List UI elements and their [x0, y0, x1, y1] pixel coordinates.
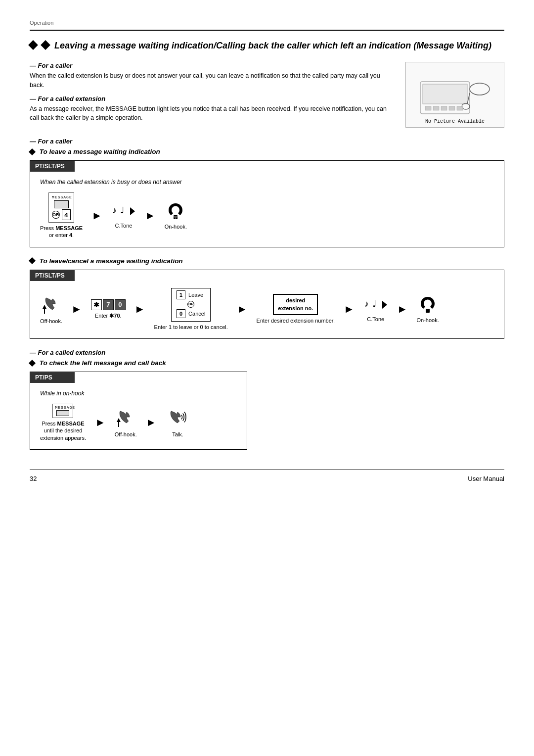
svg-text:♪: ♪	[112, 205, 117, 215]
section3-step1-label: Press MESSAGEuntil the desiredextension …	[40, 420, 86, 441]
leave-cancel-box: 1 Leave OR 0 Cancel	[171, 288, 211, 322]
arrow-s2-5: ►	[397, 303, 408, 316]
diamond-icon-2	[41, 40, 50, 50]
bullet-diamond-icon	[29, 148, 36, 155]
section2-box: PT/SLT/PS Off-hook.	[30, 270, 504, 339]
num-key-4: 4	[62, 209, 71, 220]
small-message-inner	[56, 410, 69, 416]
footer-manual: User Manual	[468, 475, 504, 482]
section2-step3: 1 Leave OR 0 Cancel Enter 1 to leave	[154, 288, 228, 331]
section1-note: When the called extension is busy or doe…	[40, 179, 494, 186]
svg-text:♩: ♩	[372, 299, 376, 309]
svg-marker-12	[130, 207, 135, 215]
key-0: 0	[177, 309, 185, 318]
section2-step4: desiredextension no. Enter desired exten…	[257, 294, 335, 324]
intro-for-called-label: — For a called extension	[30, 95, 391, 102]
cancel-row: 0 Cancel	[177, 309, 205, 318]
or-badge-2: OR	[187, 301, 194, 308]
section2-step5-label: C.Tone	[367, 316, 384, 323]
svg-rect-7	[441, 106, 447, 110]
section3-step2-label: Off-hook.	[115, 431, 137, 438]
ctone-icon-2: ♪ ♩	[363, 296, 388, 314]
section1-step1: MESSAGE OR 4 Press MESSAGEor enter 4.	[40, 192, 83, 239]
section2-step6-label: On-hook.	[417, 317, 439, 324]
section1: — For a caller To leave a message waitin…	[30, 138, 504, 247]
svg-marker-19	[382, 301, 387, 309]
section2-box-content: Off-hook. ► ✱ 7 0 Enter ✱70. ►	[30, 281, 504, 338]
intro-for-caller-label: — For a caller	[30, 62, 391, 69]
svg-rect-5	[425, 106, 431, 110]
offhook-icon-2	[115, 407, 136, 429]
leave-row: 1 Leave	[177, 290, 205, 299]
phone-illustration	[415, 74, 494, 119]
bullet-diamond-icon-2	[29, 257, 36, 264]
svg-rect-8	[449, 106, 455, 110]
top-label: Operation	[30, 20, 504, 26]
section2-step6: On-hook.	[417, 295, 439, 324]
ctone-icon: ♪ ♩	[111, 202, 136, 220]
arrow-s3-2: ►	[146, 416, 157, 429]
section3-step3-label: Talk.	[172, 431, 183, 438]
section3: — For a called extension To check the le…	[30, 349, 504, 450]
section3-box-label: PT/PS	[30, 372, 75, 383]
message-key-label: MESSAGE	[52, 195, 71, 199]
svg-point-2	[470, 83, 490, 95]
section1-box-content: When the called extension is busy or doe…	[30, 172, 504, 247]
arrow-s2-2: ►	[134, 303, 145, 316]
section3-subheading: To check the left message and call back	[30, 359, 504, 367]
section2-step5: ♪ ♩ C.Tone	[363, 296, 388, 323]
section2-step2: ✱ 7 0 Enter ✱70.	[91, 299, 126, 319]
section3-step1: MESSAGE Press MESSAGEuntil the desiredex…	[40, 404, 86, 441]
arrow-s3-1: ►	[95, 416, 106, 429]
section1-steps: MESSAGE OR 4 Press MESSAGEor enter 4. ►	[40, 192, 494, 239]
cancel-label: Cancel	[188, 311, 205, 317]
arrow-s2-3: ►	[237, 303, 248, 316]
onhook-icon	[165, 201, 186, 221]
star-key: ✱	[91, 299, 102, 310]
section3-note: While in on-hook	[40, 390, 237, 397]
top-rule	[30, 30, 504, 31]
section1-subheading: To leave a message waiting indication	[30, 148, 504, 155]
leave-label: Leave	[188, 292, 203, 298]
section1-step2-label: C.Tone	[115, 222, 133, 229]
svg-point-4	[462, 103, 470, 109]
section1-box-label: PT/SLT/PS	[30, 161, 75, 172]
bottom-rule	[30, 470, 504, 470]
key-group-star70: ✱ 7 0	[91, 299, 126, 310]
section2-step2-label: Enter ✱70.	[95, 312, 122, 319]
section1-heading: — For a caller	[30, 138, 504, 145]
section1-step2: ♪ ♩ C.Tone	[111, 202, 136, 229]
svg-text:♩: ♩	[120, 205, 124, 215]
section2-subheading: To leave/cancel a message waiting indica…	[30, 257, 504, 265]
section1-step3: On-hook.	[165, 201, 187, 230]
page: Operation Leaving a message waiting indi…	[0, 0, 534, 756]
section3-step2: Off-hook.	[115, 407, 137, 438]
message-key-inner	[54, 200, 69, 208]
svg-text:♪: ♪	[364, 299, 369, 309]
desired-box: desiredextension no.	[273, 294, 318, 315]
section2-step4-label: Enter desired extension number.	[257, 317, 335, 324]
section1-box: PT/SLT/PS When the called extension is b…	[30, 160, 504, 247]
section2-steps: Off-hook. ► ✱ 7 0 Enter ✱70. ►	[40, 288, 494, 331]
arrow-s2-4: ►	[344, 303, 355, 316]
svg-marker-15	[43, 305, 46, 309]
intro-text: — For a caller When the called extension…	[30, 62, 391, 128]
key-1: 1	[177, 290, 185, 299]
section2-step1: Off-hook.	[40, 294, 62, 325]
intro-for-caller-text: When the called extension is busy or doe…	[30, 71, 391, 90]
arrow-icon-1: ►	[91, 209, 102, 222]
svg-rect-6	[433, 106, 439, 110]
svg-marker-21	[117, 418, 121, 422]
intro-section: — For a caller When the called extension…	[30, 62, 504, 128]
intro-for-called-text: As a message receiver, the MESSAGE butto…	[30, 104, 391, 123]
section2-box-label: PT/SLT/PS	[30, 270, 75, 281]
section3-steps: MESSAGE Press MESSAGEuntil the desiredex…	[40, 404, 237, 441]
section2: To leave/cancel a message waiting indica…	[30, 257, 504, 339]
arrow-icon-2: ►	[145, 209, 156, 222]
arrow-s2-1: ►	[71, 303, 82, 316]
section3-box-content: While in on-hook MESSAGE Press MESSAGEun…	[30, 383, 247, 449]
section2-step3-label: Enter 1 to leave or 0 to cancel.	[154, 324, 228, 331]
bullet-diamond-icon-3	[29, 359, 36, 366]
svg-rect-20	[426, 309, 430, 313]
section3-step3: Talk.	[166, 407, 190, 438]
